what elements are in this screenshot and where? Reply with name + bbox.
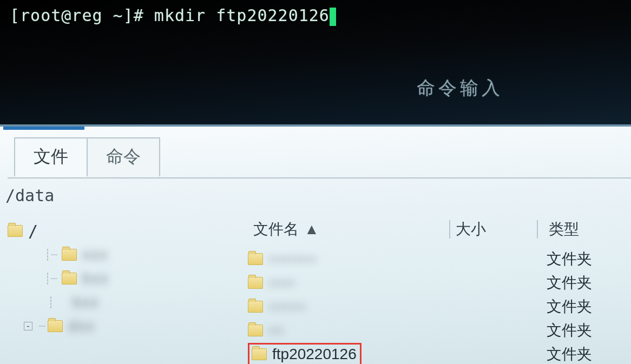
- column-headers: 文件名 ▲ 大小 类型: [238, 213, 631, 245]
- header-name-label: 文件名: [253, 219, 299, 240]
- header-type-label: 类型: [549, 219, 579, 240]
- tree-item[interactable]: - ┈ dxx: [8, 314, 238, 338]
- folder-icon: [252, 348, 267, 360]
- folder-icon: [48, 320, 63, 332]
- list-item-highlighted[interactable]: ftp20220126 文件夹: [238, 342, 631, 364]
- tree-item[interactable]: ┊┈ bxx: [8, 267, 238, 290]
- header-size[interactable]: 大小: [450, 219, 537, 240]
- file-type: 文件夹: [536, 249, 592, 269]
- terminal-line: [root@reg ~]# mkdir ftp20220126: [10, 6, 330, 25]
- folder-icon: [248, 325, 263, 336]
- folder-icon: [62, 249, 77, 261]
- window-accent: [3, 127, 84, 130]
- list-item[interactable]: xxxxxxx 文件夹: [238, 295, 631, 319]
- header-type[interactable]: 类型: [538, 219, 579, 240]
- file-name: ftp20220126: [272, 346, 357, 363]
- header-size-label: 大小: [456, 219, 486, 240]
- file-name: xxxxx: [268, 278, 295, 288]
- folder-icon: [62, 273, 77, 284]
- tree-expander-icon[interactable]: -: [24, 322, 32, 330]
- tree-item-label: bxx: [73, 294, 100, 311]
- file-list[interactable]: 文件名 ▲ 大小 类型 xxxxxxxxx: [238, 213, 631, 364]
- tree-item[interactable]: ┊ bxx: [8, 290, 238, 314]
- path-bar[interactable]: /data: [0, 176, 631, 213]
- highlight-box: ftp20220126: [248, 343, 361, 364]
- folder-icon: [248, 253, 263, 265]
- file-type: 文件夹: [536, 273, 592, 293]
- tree-root[interactable]: /: [8, 219, 238, 243]
- tab-bar: 文件 命令: [0, 127, 631, 176]
- file-name: xxxxxxx: [268, 302, 306, 312]
- tab-file[interactable]: 文件: [14, 137, 88, 176]
- file-manager-panel: 文件 命令 /data / ┊┈ xxx ┊┈ bxx ┊ bx: [0, 124, 631, 364]
- folder-icon: [248, 301, 263, 313]
- tree-item-label: xxx: [82, 246, 108, 263]
- file-name: xxxxxxxxx: [268, 254, 317, 264]
- folder-icon: [248, 277, 263, 289]
- file-type: 文件夹: [536, 344, 592, 364]
- tree-root-label: /: [28, 222, 38, 241]
- file-rows: xxxxxxxxx 文件夹 xxxxx 文件夹 xxxx: [238, 245, 631, 364]
- terminal-panel[interactable]: [root@reg ~]# mkdir ftp20220126 命令输入: [0, 0, 631, 124]
- sort-asc-icon: ▲: [304, 221, 319, 238]
- folder-tree[interactable]: / ┊┈ xxx ┊┈ bxx ┊ bxx - ┈ d: [0, 213, 238, 364]
- list-item[interactable]: xxxxx 文件夹: [238, 271, 631, 295]
- tree-item[interactable]: ┊┈ xxx: [8, 243, 238, 267]
- terminal-hint: 命令输入: [417, 76, 503, 101]
- tree-item-label: dxx: [68, 317, 95, 335]
- tab-command[interactable]: 命令: [87, 137, 160, 176]
- header-name[interactable]: 文件名 ▲: [238, 219, 449, 240]
- file-type: 文件夹: [536, 320, 592, 341]
- folder-icon: [8, 225, 23, 237]
- file-name: xxx: [268, 326, 285, 335]
- tree-item-label: bxx: [82, 270, 109, 287]
- list-item[interactable]: xxxxxxxxx 文件夹: [238, 247, 631, 271]
- file-type: 文件夹: [536, 296, 592, 317]
- tab-underline: [8, 177, 631, 178]
- terminal-cursor: [330, 8, 336, 26]
- list-item[interactable]: xxx 文件夹: [238, 319, 631, 342]
